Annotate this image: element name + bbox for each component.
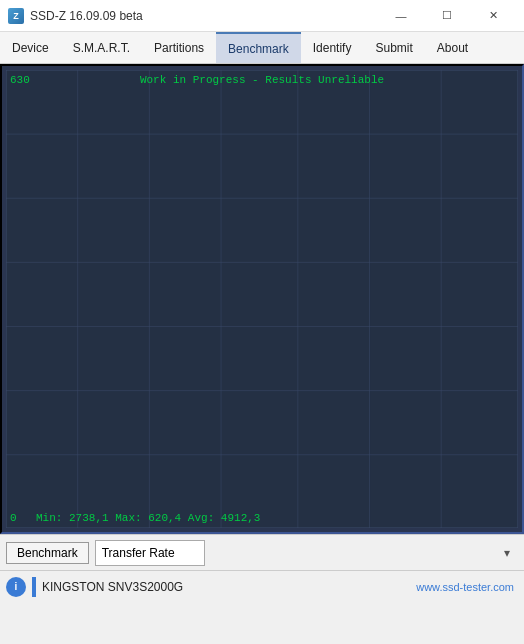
menu-item-device[interactable]: Device: [0, 32, 61, 63]
menu-item-submit[interactable]: Submit: [363, 32, 424, 63]
title-bar: Z SSD-Z 16.09.09 beta — ☐ ✕: [0, 0, 524, 32]
status-bar: i KINGSTON SNV3S2000G www.ssd-tester.com: [0, 570, 524, 602]
drive-name: KINGSTON SNV3S2000G: [42, 580, 410, 594]
website-label: www.ssd-tester.com: [416, 581, 514, 593]
menu-item-smart[interactable]: S.M.A.R.T.: [61, 32, 142, 63]
y-axis-min-label: 0: [10, 512, 17, 524]
chart-stats: Min: 2738,1 Max: 620,4 Avg: 4912,3: [36, 512, 260, 524]
minimize-button[interactable]: —: [378, 0, 424, 32]
menu-item-identify[interactable]: Identify: [301, 32, 364, 63]
menu-item-about[interactable]: About: [425, 32, 480, 63]
chart-grid-svg: [6, 70, 518, 528]
window-title: SSD-Z 16.09.09 beta: [30, 9, 378, 23]
bottom-toolbar: Benchmark Transfer Rate 4K Random Read 4…: [0, 534, 524, 570]
window-controls: — ☐ ✕: [378, 0, 516, 32]
chart-container: 630 Work in Progress - Results Unreliabl…: [0, 64, 524, 534]
dropdown-wrapper: Transfer Rate 4K Random Read 4K Random W…: [95, 540, 518, 566]
chart-area: 630 Work in Progress - Results Unreliabl…: [6, 70, 518, 528]
benchmark-button[interactable]: Benchmark: [6, 542, 89, 564]
close-button[interactable]: ✕: [470, 0, 516, 32]
chart-title: Work in Progress - Results Unreliable: [6, 74, 518, 86]
drive-indicator: [32, 577, 36, 597]
menu-item-benchmark[interactable]: Benchmark: [216, 32, 301, 63]
status-icon: i: [6, 577, 26, 597]
menu-bar: Device S.M.A.R.T. Partitions Benchmark I…: [0, 32, 524, 64]
app-icon: Z: [8, 8, 24, 24]
maximize-button[interactable]: ☐: [424, 0, 470, 32]
transfer-rate-dropdown[interactable]: Transfer Rate 4K Random Read 4K Random W…: [95, 540, 205, 566]
menu-item-partitions[interactable]: Partitions: [142, 32, 216, 63]
